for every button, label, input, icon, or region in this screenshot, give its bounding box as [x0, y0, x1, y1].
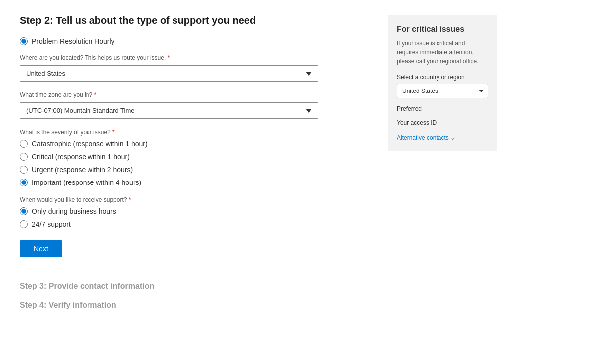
- support-business-hours[interactable]: Only during business hours: [20, 207, 368, 215]
- severity-label: What is the severity of your issue? *: [20, 129, 368, 136]
- sidebar: For critical issues If your issue is cri…: [388, 15, 497, 151]
- location-select[interactable]: United States Canada United Kingdom Aust…: [20, 65, 318, 82]
- location-label: Where are you located? This helps us rou…: [20, 54, 368, 61]
- alternative-contacts-link[interactable]: Alternative contacts ⌄: [397, 134, 455, 141]
- severity-catastrophic[interactable]: Catastrophic (response within 1 hour): [20, 140, 368, 148]
- support-type-label: Problem Resolution Hourly: [32, 37, 115, 45]
- support-type-option[interactable]: Problem Resolution Hourly: [20, 37, 368, 45]
- support-when-label: When would you like to receive support? …: [20, 196, 368, 203]
- chevron-down-icon: ⌄: [450, 134, 455, 141]
- severity-critical-radio[interactable]: [20, 153, 28, 161]
- severity-important[interactable]: Important (response within 4 hours): [20, 179, 368, 186]
- timezone-group: What time zone are you in? * (UTC-07:00)…: [20, 91, 368, 119]
- sidebar-country-label: Select a country or region: [397, 74, 488, 81]
- sidebar-access-id-label: Your access ID: [397, 119, 488, 126]
- severity-urgent[interactable]: Urgent (response within 2 hours): [20, 166, 368, 174]
- support-type-radio[interactable]: [20, 37, 28, 45]
- location-group: Where are you located? This helps us rou…: [20, 54, 368, 82]
- severity-urgent-radio[interactable]: [20, 166, 28, 174]
- support-type-group: Problem Resolution Hourly: [20, 37, 368, 45]
- sidebar-description: If your issue is critical and requires i…: [397, 39, 488, 66]
- severity-important-radio[interactable]: [20, 179, 28, 186]
- support-when-group: When would you like to receive support? …: [20, 196, 368, 228]
- timezone-select[interactable]: (UTC-07:00) Mountain Standard Time (UTC-…: [20, 102, 318, 119]
- support-247-radio[interactable]: [20, 220, 28, 228]
- sidebar-preferred-label: Preferred: [397, 105, 488, 112]
- severity-critical-label: Critical (response within 1 hour): [32, 153, 130, 161]
- step4-title: Step 4: Verify information: [20, 301, 368, 310]
- support-business-hours-label: Only during business hours: [32, 207, 116, 215]
- severity-urgent-label: Urgent (response within 2 hours): [32, 166, 133, 174]
- support-247[interactable]: 24/7 support: [20, 220, 368, 228]
- severity-important-label: Important (response within 4 hours): [32, 179, 141, 186]
- severity-critical[interactable]: Critical (response within 1 hour): [20, 153, 368, 161]
- step3-title: Step 3: Provide contact information: [20, 282, 368, 291]
- support-247-label: 24/7 support: [32, 220, 71, 228]
- sidebar-title: For critical issues: [397, 25, 488, 34]
- support-business-hours-radio[interactable]: [20, 207, 28, 215]
- page-title: Step 2: Tell us about the type of suppor…: [20, 15, 368, 26]
- next-button[interactable]: Next: [20, 240, 62, 257]
- sidebar-country-select[interactable]: United States Canada United Kingdom: [397, 84, 488, 98]
- timezone-label: What time zone are you in? *: [20, 91, 368, 98]
- severity-catastrophic-radio[interactable]: [20, 140, 28, 148]
- severity-catastrophic-label: Catastrophic (response within 1 hour): [32, 140, 148, 148]
- main-content: Step 2: Tell us about the type of suppor…: [20, 15, 368, 349]
- severity-group: What is the severity of your issue? * Ca…: [20, 129, 368, 186]
